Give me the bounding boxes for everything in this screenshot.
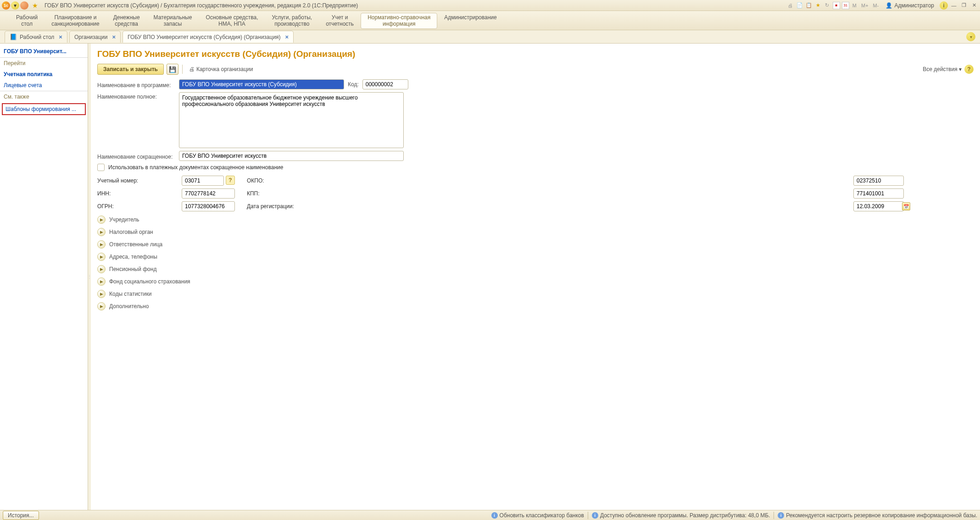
input-acc-num[interactable] bbox=[182, 176, 224, 186]
window-title: ГОБУ ВПО Университет искусств (Субсидия)… bbox=[45, 2, 358, 9]
history-button[interactable]: История... bbox=[3, 511, 39, 520]
help-acc-num[interactable]: ? bbox=[226, 176, 235, 185]
window-close[interactable]: ✕ bbox=[970, 2, 978, 9]
expander-additional[interactable]: ▶Дополнительно bbox=[97, 302, 974, 310]
form-toolbar: Записать и закрыть 💾 🖨 Карточка организа… bbox=[97, 64, 974, 75]
expander-addresses[interactable]: ▶Адреса, телефоны bbox=[97, 253, 974, 261]
chevron-right-icon: ▶ bbox=[97, 265, 106, 273]
label-name-full: Наименование полное: bbox=[97, 92, 179, 100]
tab-current-org[interactable]: ГОБУ ВПО Университет искусств (Субсидия)… bbox=[122, 31, 294, 43]
info-icon[interactable]: i bbox=[940, 1, 948, 10]
mm-desktop[interactable]: Рабочийстол bbox=[9, 13, 45, 29]
mem-mminus[interactable]: M- bbox=[872, 3, 880, 8]
tab-organizations[interactable]: Организации × bbox=[69, 31, 121, 43]
current-user[interactable]: 👤 Администратор bbox=[885, 2, 934, 9]
chevron-right-icon: ▶ bbox=[97, 302, 106, 310]
close-icon[interactable]: × bbox=[112, 33, 116, 40]
status-update-available[interactable]: iДоступно обновление программы. Размер д… bbox=[592, 512, 770, 519]
expander-stats[interactable]: ▶Коды статистики bbox=[97, 290, 974, 298]
mm-admin[interactable]: Администрирование bbox=[437, 13, 503, 22]
copy-icon[interactable]: 📋 bbox=[805, 2, 813, 9]
tabs-dropdown[interactable]: ▾ bbox=[966, 32, 975, 41]
doc-icon[interactable]: 📄 bbox=[796, 2, 803, 9]
mm-materials[interactable]: Материальныезапасы bbox=[147, 13, 199, 29]
mm-cash[interactable]: Денежныесредства bbox=[106, 13, 147, 29]
label-okpo: ОКПО: bbox=[247, 177, 851, 184]
app-icon[interactable]: 1c bbox=[2, 1, 10, 10]
org-card-button[interactable]: 🖨 Карточка организации bbox=[186, 65, 256, 74]
page-title: ГОБУ ВПО Университет искусств (Субсидия)… bbox=[97, 49, 974, 59]
input-name-full[interactable] bbox=[179, 92, 404, 148]
checkbox-use-short[interactable] bbox=[97, 164, 105, 171]
mm-services[interactable]: Услуги, работы,производство bbox=[265, 13, 319, 29]
main-form: ГОБУ ВПО Университет искусств (Субсидия)… bbox=[91, 44, 980, 510]
expander-tax[interactable]: ▶Налоговый орган bbox=[97, 228, 974, 236]
expander-social[interactable]: ▶Фонд социального страхования bbox=[97, 277, 974, 286]
star-icon[interactable]: ★ bbox=[32, 2, 38, 9]
mem-mplus[interactable]: M+ bbox=[860, 3, 870, 8]
desktop-icon: 📘 bbox=[10, 33, 17, 40]
fav-star-icon[interactable]: ★ bbox=[814, 2, 822, 9]
sp-link-accounting-policy[interactable]: Учетная политика bbox=[0, 69, 88, 80]
sp-title: ГОБУ ВПО Университ... bbox=[0, 44, 88, 57]
label-ogrn: ОГРН: bbox=[97, 203, 179, 210]
input-inn[interactable] bbox=[182, 188, 235, 199]
refresh-icon[interactable]: ↻ bbox=[824, 2, 831, 9]
input-name-prog[interactable] bbox=[179, 79, 344, 89]
input-name-short[interactable] bbox=[179, 151, 404, 161]
window-restore[interactable]: ❐ bbox=[960, 2, 968, 9]
input-code[interactable] bbox=[362, 79, 408, 89]
help-button[interactable]: ? bbox=[964, 65, 974, 74]
sp-seealso-header: См. также bbox=[0, 91, 88, 102]
side-panel: ГОБУ ВПО Университ... Перейти Учетная по… bbox=[0, 44, 88, 510]
input-reg-date[interactable] bbox=[853, 201, 904, 211]
expander-pension[interactable]: ▶Пенсионный фонд bbox=[97, 265, 974, 273]
label-inn: ИНН: bbox=[97, 190, 179, 197]
sp-link-templates[interactable]: Шаблоны формирования ... bbox=[2, 103, 86, 115]
calendar1-icon[interactable]: ■ bbox=[833, 2, 840, 9]
status-bar: История... iОбновить классификатор банко… bbox=[0, 510, 980, 520]
mm-planning[interactable]: Планирование исанкционирование bbox=[45, 13, 106, 29]
window-minimize[interactable]: — bbox=[950, 2, 958, 9]
mm-assets[interactable]: Основные средства,НМА, НПА bbox=[199, 13, 265, 29]
print-icon: 🖨 bbox=[189, 66, 195, 72]
sp-link-accounts[interactable]: Лицевые счета bbox=[0, 80, 88, 91]
status-backup-recommendation[interactable]: iРекомендуется настроить резервное копир… bbox=[778, 512, 977, 519]
expander-responsible[interactable]: ▶Ответственные лица bbox=[97, 240, 974, 249]
label-acc-num: Учетный номер: bbox=[97, 177, 179, 184]
user-icon: 👤 bbox=[885, 2, 892, 9]
calendar2-icon[interactable]: 31 bbox=[842, 2, 849, 9]
input-ogrn[interactable] bbox=[182, 201, 235, 211]
chevron-right-icon: ▶ bbox=[97, 240, 106, 249]
content-area: ГОБУ ВПО Университ... Перейти Учетная по… bbox=[0, 43, 980, 510]
sp-goto-header: Перейти bbox=[0, 58, 88, 69]
label-use-short: Использовать в платежных документах сокр… bbox=[108, 164, 283, 171]
calendar-icon[interactable]: 📅 bbox=[902, 202, 910, 210]
titlebar: 1c ▾ ★ ГОБУ ВПО Университет искусств (Су… bbox=[0, 0, 980, 11]
save-close-button[interactable]: Записать и закрыть bbox=[97, 64, 164, 75]
all-actions-dropdown[interactable]: Все действия ▾ bbox=[923, 66, 962, 72]
status-update-banks[interactable]: iОбновить классификатор банков bbox=[491, 512, 584, 519]
chevron-right-icon: ▶ bbox=[97, 290, 106, 298]
input-kpp[interactable] bbox=[853, 188, 904, 199]
nav-dot-icon[interactable] bbox=[20, 1, 28, 10]
mem-m[interactable]: M bbox=[851, 3, 858, 8]
tab-strip: 📘 Рабочий стол × Организации × ГОБУ ВПО … bbox=[0, 30, 980, 43]
close-icon[interactable]: × bbox=[285, 33, 289, 40]
print-icon[interactable]: 🖨 bbox=[787, 2, 794, 9]
mm-accounting[interactable]: Учет иотчетность bbox=[319, 13, 361, 29]
nav-down-icon[interactable]: ▾ bbox=[11, 1, 19, 10]
mm-reference[interactable]: Нормативно-справочнаяинформация bbox=[361, 13, 437, 29]
chevron-right-icon: ▶ bbox=[97, 216, 106, 224]
info-icon: i bbox=[491, 512, 498, 519]
chevron-right-icon: ▶ bbox=[97, 253, 106, 261]
close-icon[interactable]: × bbox=[59, 33, 62, 40]
tab-desktop[interactable]: 📘 Рабочий стол × bbox=[5, 31, 67, 43]
expander-founder[interactable]: ▶Учредитель bbox=[97, 216, 974, 224]
label-name-prog: Наименование в программе: bbox=[97, 81, 179, 89]
save-icon[interactable]: 💾 bbox=[167, 64, 178, 75]
label-name-short: Наименование сокращенное: bbox=[97, 152, 179, 160]
input-okpo[interactable] bbox=[853, 176, 904, 186]
chevron-right-icon: ▶ bbox=[97, 277, 106, 286]
label-reg-date: Дата регистрации: bbox=[247, 203, 851, 210]
